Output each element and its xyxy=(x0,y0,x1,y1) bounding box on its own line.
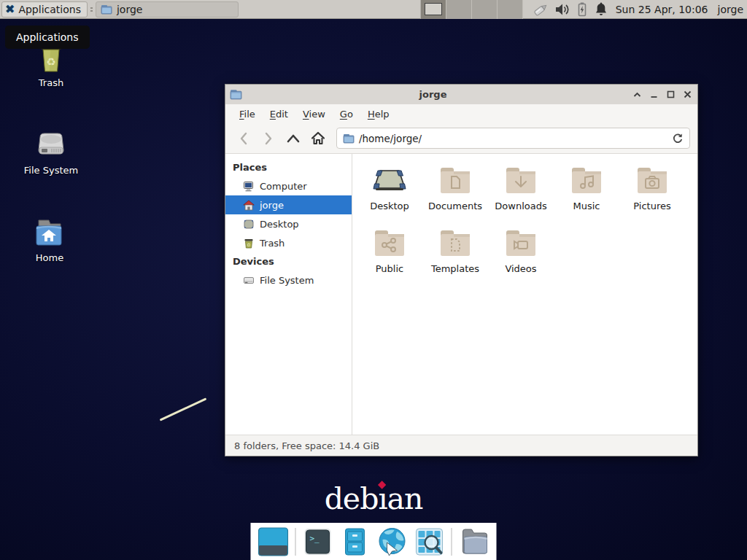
sidebar-item-label: Desktop xyxy=(260,219,299,230)
bottom-dock: >_ xyxy=(251,523,497,560)
panel-grip-handle[interactable] xyxy=(89,3,94,16)
computer-icon xyxy=(243,181,255,192)
file-item-pictures[interactable]: Pictures xyxy=(619,161,685,224)
videos-folder-icon xyxy=(503,227,538,259)
home-button[interactable] xyxy=(307,128,329,149)
taskbar-window-button[interactable]: jorge xyxy=(96,1,239,18)
file-item-music[interactable]: Music xyxy=(554,161,619,224)
desktop-icon-label: Trash xyxy=(16,77,86,88)
wallpaper-swirl-line xyxy=(160,397,207,421)
panel-username: jorge xyxy=(718,4,743,15)
file-item-videos[interactable]: Videos xyxy=(488,224,554,287)
desktop-icon xyxy=(243,219,255,230)
close-button[interactable] xyxy=(683,90,692,99)
xfce-applications-icon: ✖ xyxy=(5,4,15,15)
maximize-button[interactable] xyxy=(666,90,675,99)
directory-folder-icon xyxy=(459,527,489,556)
workspace-window-miniature xyxy=(425,3,442,15)
taskbar-window-label: jorge xyxy=(117,4,142,15)
sidebar-item-label: Trash xyxy=(260,238,285,249)
shade-button[interactable] xyxy=(632,90,641,99)
terminal-launcher[interactable]: >_ xyxy=(303,526,333,557)
file-manager-launcher[interactable] xyxy=(340,526,371,557)
workspace-1[interactable] xyxy=(421,0,446,19)
application-finder-launcher[interactable] xyxy=(414,526,445,557)
statusbar-text: 8 folders, Free space: 14.4 GiB xyxy=(234,440,379,451)
desktop-surface-icon xyxy=(371,165,408,195)
web-browser-launcher[interactable] xyxy=(377,526,408,557)
top-panel: ✖ Applications jorge xyxy=(0,0,747,19)
downloads-folder-icon xyxy=(503,164,538,196)
menu-help[interactable]: Help xyxy=(361,106,396,122)
drive-icon xyxy=(243,275,255,286)
tablet-pen-tray-icon[interactable] xyxy=(532,1,549,18)
file-item-downloads[interactable]: Downloads xyxy=(488,161,554,224)
up-button[interactable] xyxy=(282,128,304,149)
reload-icon[interactable] xyxy=(672,133,684,144)
desktop-icon-label: Home xyxy=(15,252,85,263)
file-item-public[interactable]: Public xyxy=(357,224,422,287)
path-entry[interactable]: /home/jorge/ xyxy=(336,128,690,149)
window-menubar: File Edit View Go Help xyxy=(225,104,697,123)
window-title: jorge xyxy=(244,89,622,100)
menu-edit[interactable]: Edit xyxy=(263,106,295,122)
application-finder-icon xyxy=(415,527,444,556)
menu-go[interactable]: Go xyxy=(333,106,360,122)
file-cabinet-icon xyxy=(341,527,370,556)
folder-icon xyxy=(101,4,112,15)
sidebar-item-trash[interactable]: ♻ Trash xyxy=(225,233,352,252)
path-text: /home/jorge/ xyxy=(359,133,667,144)
applications-menu-button[interactable]: ✖ Applications xyxy=(1,1,88,18)
directory-menu-launcher[interactable] xyxy=(459,526,489,557)
workspace-3[interactable] xyxy=(472,0,498,19)
path-folder-icon xyxy=(343,133,355,144)
menu-file[interactable]: File xyxy=(233,106,262,122)
sidebar-item-label: File System xyxy=(260,275,314,286)
notification-bell-icon[interactable] xyxy=(594,1,608,18)
applications-menu-label: Applications xyxy=(18,4,81,15)
sidebar-item-jorge[interactable]: jorge xyxy=(225,195,352,214)
recycle-glyph: ♻ xyxy=(46,55,55,69)
file-item-desktop[interactable]: Desktop xyxy=(357,161,422,224)
sidebar-item-desktop[interactable]: Desktop xyxy=(225,214,352,233)
terminal-icon: >_ xyxy=(303,527,333,556)
svg-text:♻: ♻ xyxy=(247,241,250,246)
workspace-switcher xyxy=(420,0,523,19)
home-icon xyxy=(243,200,255,211)
desktop-icon-file-system[interactable]: File System xyxy=(16,125,86,176)
sidebar-item-label: Computer xyxy=(260,181,307,192)
window-toolbar: /home/jorge/ xyxy=(225,123,697,154)
sidebar-item-computer[interactable]: Computer xyxy=(225,176,352,195)
sidebar-devices-header: Devices xyxy=(225,252,352,271)
hard-drive-icon xyxy=(33,130,69,162)
show-desktop-launcher[interactable] xyxy=(258,526,289,557)
window-folder-icon xyxy=(230,89,242,100)
public-folder-icon xyxy=(372,227,407,259)
system-tray xyxy=(532,1,608,18)
svg-text:>_: >_ xyxy=(310,534,320,543)
web-browser-globe-icon xyxy=(377,526,408,557)
file-icon-view[interactable]: Desktop Documents xyxy=(352,154,697,435)
panel-clock[interactable]: Sun 25 Apr, 10:06 xyxy=(616,4,708,15)
workspace-2[interactable] xyxy=(446,0,472,19)
desktop-icon-label: File System xyxy=(16,165,86,176)
forward-button[interactable] xyxy=(258,128,279,149)
pictures-folder-icon xyxy=(635,164,670,196)
window-titlebar[interactable]: jorge xyxy=(225,85,697,104)
battery-icon[interactable] xyxy=(576,1,589,18)
dock-separator xyxy=(295,528,296,556)
desktop-icon-home[interactable]: Home xyxy=(15,213,85,263)
dock-separator xyxy=(452,528,452,556)
trash-icon: ♻ xyxy=(243,238,255,249)
templates-folder-icon xyxy=(438,227,473,259)
volume-icon[interactable] xyxy=(554,2,570,17)
sidebar-item-file-system[interactable]: File System xyxy=(225,271,352,289)
back-button[interactable] xyxy=(233,128,255,149)
workspace-4[interactable] xyxy=(498,0,523,19)
minimize-button[interactable] xyxy=(649,90,658,99)
file-item-documents[interactable]: Documents xyxy=(422,161,488,224)
menu-view[interactable]: View xyxy=(296,106,332,122)
home-folder-icon xyxy=(31,216,68,249)
sidebar: Places Computer jorge xyxy=(225,154,352,435)
file-item-templates[interactable]: Templates xyxy=(422,224,488,287)
